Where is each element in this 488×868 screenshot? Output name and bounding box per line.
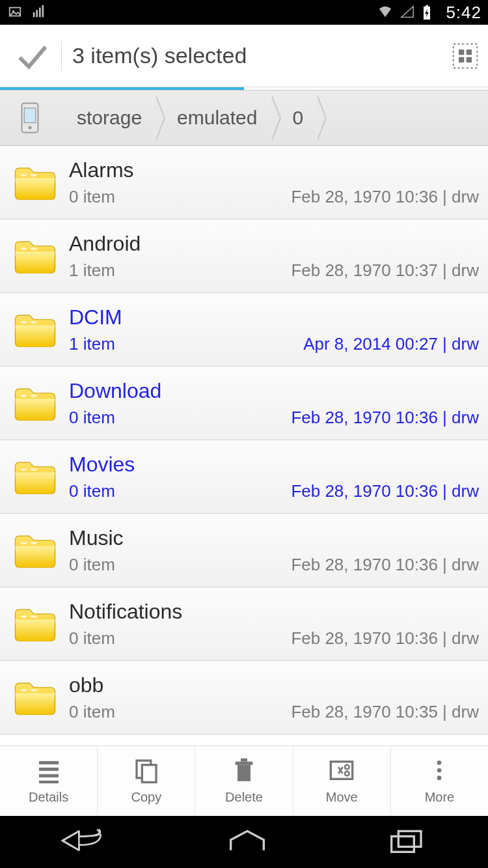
file-meta: Feb 28, 1970 10:36 | drw	[291, 555, 479, 575]
file-meta: Feb 28, 1970 10:35 | drw	[291, 702, 479, 722]
svg-rect-37	[142, 765, 156, 783]
svg-point-46	[437, 761, 442, 765]
svg-point-29	[30, 615, 37, 618]
svg-rect-40	[241, 759, 247, 762]
svg-point-43	[345, 772, 349, 776]
file-name: obb	[69, 673, 479, 697]
file-meta: Feb 28, 1970 10:36 | drw	[291, 187, 479, 207]
action-bar: Details Copy Delete Move More	[0, 746, 488, 816]
more-icon	[426, 757, 452, 786]
file-row[interactable]: obb 0 item Feb 28, 1970 10:35 | drw	[0, 661, 488, 735]
svg-point-28	[20, 615, 27, 618]
file-name: Movies	[69, 452, 479, 477]
svg-point-27	[30, 542, 37, 544]
file-name: Alarms	[69, 158, 479, 182]
svg-rect-9	[459, 49, 464, 55]
svg-rect-4	[39, 8, 41, 18]
done-button[interactable]	[3, 25, 61, 87]
folder-icon	[4, 293, 66, 366]
move-button[interactable]: Move	[293, 746, 391, 816]
file-items: 0 item	[69, 481, 115, 501]
svg-point-16	[20, 174, 27, 176]
copy-button[interactable]: Copy	[98, 746, 195, 816]
select-all-button[interactable]	[449, 40, 481, 72]
file-meta: Feb 28, 1970 10:36 | drw	[291, 408, 479, 428]
delete-label: Delete	[225, 790, 263, 805]
folder-icon	[4, 440, 66, 513]
svg-rect-50	[398, 831, 421, 847]
details-icon	[36, 757, 62, 786]
svg-rect-7	[426, 5, 428, 7]
svg-point-23	[30, 395, 37, 397]
svg-rect-12	[467, 57, 472, 62]
file-items: 0 item	[69, 408, 115, 428]
folder-icon	[4, 367, 66, 440]
copy-icon	[133, 757, 159, 786]
svg-rect-11	[459, 57, 464, 62]
delete-icon	[231, 757, 257, 786]
svg-point-19	[30, 247, 37, 250]
file-row[interactable]: Music 0 item Feb 28, 1970 10:36 | drw	[0, 514, 488, 587]
breadcrumb-root[interactable]	[3, 91, 57, 145]
svg-point-25	[30, 468, 37, 471]
details-label: Details	[29, 790, 68, 805]
file-row[interactable]: Android 1 item Feb 28, 1970 10:37 | drw	[0, 219, 488, 293]
svg-point-17	[30, 174, 37, 176]
nav-back[interactable]	[54, 828, 113, 856]
svg-rect-10	[467, 49, 472, 55]
file-row[interactable]: Notifications 0 item Feb 28, 1970 10:36 …	[0, 587, 488, 661]
svg-rect-8	[454, 44, 478, 68]
file-name: Music	[69, 525, 479, 550]
more-label: More	[425, 790, 455, 805]
folder-icon	[4, 661, 66, 734]
file-name: Download	[69, 378, 479, 403]
file-items: 0 item	[69, 628, 115, 649]
svg-point-22	[20, 395, 27, 397]
breadcrumb-segment-emulated[interactable]: emulated	[157, 91, 273, 145]
svg-rect-3	[36, 10, 38, 17]
folder-icon	[4, 219, 66, 292]
move-icon	[329, 757, 355, 786]
status-bar: 5:42	[0, 0, 488, 25]
file-items: 0 item	[69, 555, 115, 575]
delete-button[interactable]: Delete	[195, 746, 293, 816]
svg-rect-14	[24, 108, 36, 123]
file-row[interactable]: Movies 0 item Feb 28, 1970 10:36 | drw	[0, 440, 488, 514]
breadcrumb-segment-0[interactable]: 0	[273, 91, 319, 145]
cell-signal-icon	[399, 5, 416, 20]
folder-icon	[4, 514, 66, 587]
more-button[interactable]: More	[391, 746, 488, 816]
file-items: 1 item	[69, 334, 115, 354]
svg-point-48	[437, 776, 442, 780]
selection-bar: 3 item(s) selected	[0, 25, 488, 87]
svg-rect-38	[237, 765, 251, 781]
svg-rect-39	[236, 762, 253, 765]
breadcrumb: storage emulated 0	[0, 90, 488, 146]
file-items: 1 item	[69, 260, 115, 281]
nav-bar	[0, 816, 488, 868]
svg-point-30	[20, 689, 27, 692]
wifi-icon	[377, 5, 394, 20]
svg-point-20	[20, 321, 27, 324]
folder-icon	[4, 146, 66, 219]
signal-icon	[30, 5, 47, 20]
svg-rect-5	[42, 5, 44, 17]
file-items: 0 item	[69, 702, 115, 722]
breadcrumb-segment-storage[interactable]: storage	[57, 91, 157, 145]
file-meta: Feb 28, 1970 10:36 | drw	[291, 628, 479, 649]
svg-point-31	[30, 689, 37, 692]
move-label: Move	[326, 790, 358, 805]
svg-rect-49	[391, 836, 414, 852]
details-button[interactable]: Details	[0, 746, 98, 816]
file-row[interactable]: DCIM 1 item Apr 8, 2014 00:27 | drw	[0, 293, 488, 367]
nav-recent[interactable]	[382, 828, 434, 856]
file-row[interactable]: Alarms 0 item Feb 28, 1970 10:36 | drw	[0, 146, 488, 219]
file-name: Android	[69, 231, 479, 256]
svg-rect-41	[331, 762, 353, 779]
status-clock: 5:42	[446, 3, 481, 23]
nav-home[interactable]	[221, 828, 273, 856]
file-meta: Feb 28, 1970 10:37 | drw	[291, 260, 479, 281]
image-notification-icon	[7, 5, 23, 20]
folder-icon	[4, 587, 66, 660]
file-row[interactable]: Download 0 item Feb 28, 1970 10:36 | drw	[0, 367, 488, 440]
